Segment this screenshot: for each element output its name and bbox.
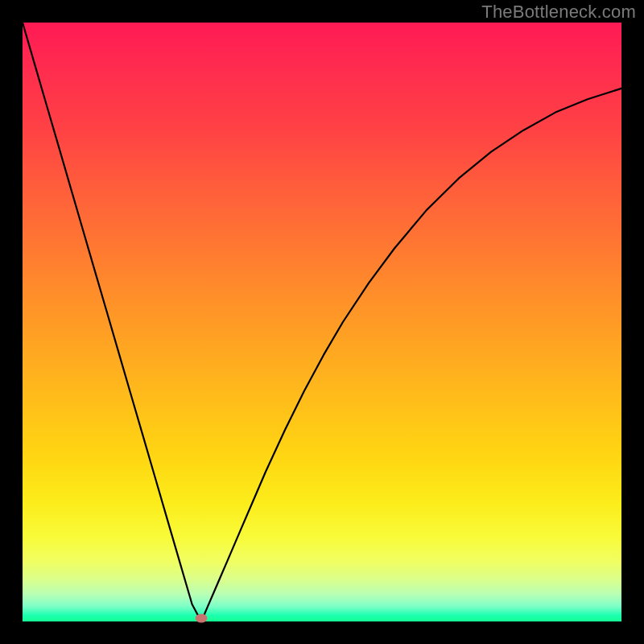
minimum-marker [196,614,208,623]
chart-frame: TheBottleneck.com [0,0,644,644]
curve-svg [23,23,621,621]
plot-area [23,23,621,621]
bottleneck-curve [23,23,621,621]
watermark-text: TheBottleneck.com [481,2,636,23]
